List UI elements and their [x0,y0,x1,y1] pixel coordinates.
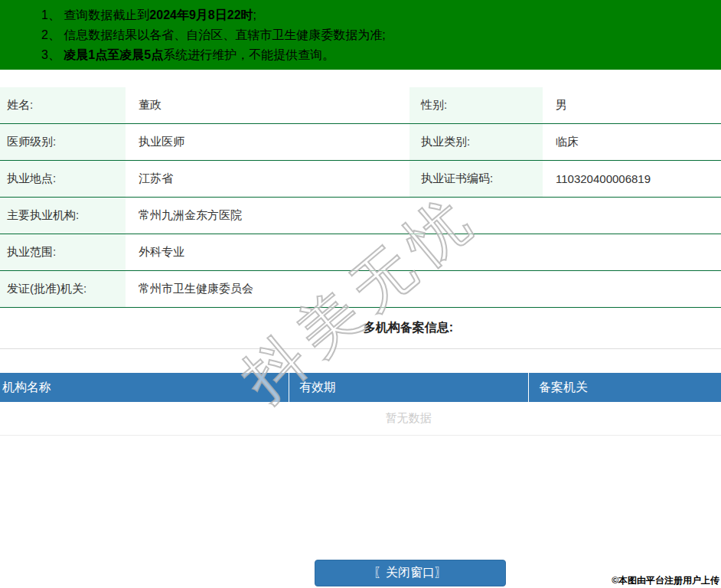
notice-banner: 1、 查询数据截止到2024年9月8日22时; 2、 信息数据结果以各省、自治区… [0,0,721,70]
notice-text: 系统进行维护，不能提供查询。 [163,48,334,61]
table-row: 执业地点: 江苏省 执业证书编码: 110320400006819 [0,161,721,198]
field-label-practice-location: 执业地点: [0,161,126,197]
column-header-institution-name: 机构名称 [0,373,289,402]
close-window-button[interactable]: 〖关闭窗口〗 [315,560,506,586]
field-label-practice-category: 执业类别: [409,124,543,160]
notice-line: 1、 查询数据截止到2024年9月8日22时; [41,5,721,25]
notice-text-bold: 凌晨1点至凌晨5点 [64,48,163,61]
field-label-gender: 性别: [409,87,543,123]
column-header-filing-authority: 备案机关 [529,373,721,402]
table-row: 执业范围: 外科专业 [0,234,721,271]
table-row: 姓名: 董政 性别: 男 [0,87,721,124]
table-row: 主要执业机构: 常州九洲金东方医院 [0,198,721,234]
notice-text: ; [253,8,256,21]
query-result-window: 1、 查询数据截止到2024年9月8日22时; 2、 信息数据结果以各省、自治区… [0,0,721,588]
field-value-certificate-number: 110320400006819 [543,161,721,197]
field-value-gender: 男 [543,87,721,123]
notice-text: 3、 [41,48,64,61]
notice-line: 3、 凌晨1点至凌晨5点系统进行维护，不能提供查询。 [41,45,721,65]
field-value-practice-scope: 外科专业 [126,234,721,270]
table-row: 医师级别: 执业医师 执业类别: 临床 [0,124,721,161]
field-value-practice-category: 临床 [543,124,721,160]
field-label-issuing-authority: 发证(批准)机关: [0,271,126,307]
notice-text: 2、 信息数据结果以各省、自治区、直辖市卫生健康委数据为准; [41,28,386,41]
field-value-main-institution: 常州九洲金东方医院 [126,198,721,234]
field-value-doctor-level: 执业医师 [126,124,409,160]
field-label-practice-scope: 执业范围: [0,234,126,270]
multi-institution-section-title: 多机构备案信息: [0,308,721,349]
field-label-main-institution: 主要执业机构: [0,198,126,234]
copyright-note: ©本图由平台注册用户上传 [612,574,719,587]
field-label-doctor-level: 医师级别: [0,124,126,160]
column-header-validity-period: 有效期 [289,373,529,402]
field-value-name: 董政 [126,87,409,123]
field-label-name: 姓名: [0,87,126,123]
field-label-certificate-number: 执业证书编码: [409,161,543,197]
notice-text-bold: 2024年9月8日22时 [149,8,253,21]
field-value-practice-location: 江苏省 [126,161,409,197]
table-row: 发证(批准)机关: 常州市卫生健康委员会 [0,271,721,308]
notice-line: 2、 信息数据结果以各省、自治区、直辖市卫生健康委数据为准; [41,25,721,45]
field-value-issuing-authority: 常州市卫生健康委员会 [126,271,721,307]
empty-data-row: 暂无数据 [0,402,721,436]
notice-text: 1、 查询数据截止到 [41,8,149,21]
practitioner-info-table: 姓名: 董政 性别: 男 医师级别: 执业医师 执业类别: 临床 执业地点: 江… [0,87,721,308]
page-content: 1、 查询数据截止到2024年9月8日22时; 2、 信息数据结果以各省、自治区… [0,0,721,436]
registration-table-header: 机构名称 有效期 备案机关 [0,373,721,402]
